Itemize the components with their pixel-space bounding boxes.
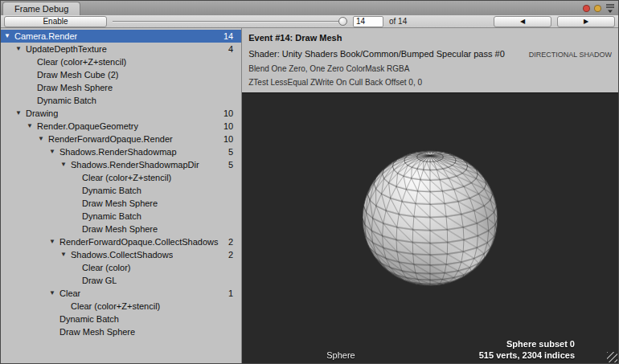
foldout-triangle-icon[interactable]: ▼: [60, 158, 71, 171]
tree-item[interactable]: Dynamic Batch: [1, 313, 241, 325]
tree-item-label: Clear (color+Z+stencil): [71, 300, 160, 313]
resize-grip[interactable]: [607, 352, 617, 362]
foldout-triangle-icon[interactable]: ▼: [49, 145, 59, 158]
tree-item-label: UpdateDepthTexture: [26, 43, 107, 55]
tree-item[interactable]: Dynamic Batch: [1, 94, 241, 107]
tree-item[interactable]: Draw Mesh Cube (2): [1, 68, 241, 81]
tree-item-label: Draw Mesh Cube (2): [37, 68, 118, 81]
foldout-triangle-icon[interactable]: ▼: [4, 30, 14, 43]
shader-row: Shader: Unity Shaders Book/Common/Bumped…: [248, 49, 612, 59]
tree-item[interactable]: Clear (color): [1, 261, 241, 274]
tree-item-label: Shadows.RenderShadowmap: [59, 145, 177, 158]
mesh-verts-label: 515 verts, 2304 indices: [479, 350, 575, 361]
tree-item-count: 10: [223, 133, 241, 145]
tree-item-count: 2: [228, 248, 241, 261]
tree-item-label: Dynamic Batch: [59, 313, 119, 325]
tree-item-label: Shadows.CollectShadows: [71, 248, 173, 261]
slider-knob[interactable]: [338, 17, 347, 26]
tree-item[interactable]: ▼Shadows.CollectShadows2: [1, 248, 241, 261]
tree-item-label: Dynamic Batch: [82, 210, 141, 223]
mesh-preview: Sphere Sphere subset 0 515 verts, 2304 i…: [242, 92, 618, 363]
tree-item-count: 5: [228, 158, 241, 171]
tree-item-label: Draw Mesh Sphere: [59, 325, 135, 338]
pane-menu-icon[interactable]: [605, 3, 615, 14]
tree-item[interactable]: ▼Shadows.RenderShadowmapDir5: [1, 158, 241, 171]
frame-number-field[interactable]: [353, 16, 383, 27]
tree-item-label: Draw Mesh Sphere: [82, 223, 158, 235]
tree-item-label: Draw Mesh Sphere: [37, 81, 113, 94]
tree-item[interactable]: Dynamic Batch: [1, 184, 241, 197]
foldout-triangle-icon[interactable]: ▼: [49, 287, 59, 300]
tab-frame-debug[interactable]: Frame Debug: [2, 2, 80, 15]
tree-item-label: Draw GL: [82, 274, 117, 287]
details-panel: Event #14: Draw Mesh Shader: Unity Shade…: [242, 28, 618, 363]
close-icon[interactable]: [583, 5, 590, 12]
tree-item[interactable]: ▼Camera.Render14: [1, 30, 241, 43]
slider-track: [113, 21, 347, 22]
toolbar: Enable of 14 ◀ ▶: [1, 15, 618, 28]
tree-item-count: 4: [228, 43, 241, 55]
foldout-triangle-icon[interactable]: ▼: [49, 235, 59, 248]
tree-item[interactable]: Clear (color+Z+stencil): [1, 55, 241, 68]
foldout-triangle-icon[interactable]: ▼: [27, 120, 37, 133]
minimize-icon[interactable]: [594, 5, 601, 12]
tree-item[interactable]: Draw GL: [1, 274, 241, 287]
content-split: ▼Camera.Render14▼UpdateDepthTexture4Clea…: [1, 28, 618, 363]
tab-title: Frame Debug: [14, 4, 68, 14]
tree-item-label: RenderForwardOpaque.Render: [48, 133, 173, 145]
tree-item-count: 1: [228, 287, 241, 300]
tree-item[interactable]: ▼Shadows.RenderShadowmap5: [1, 145, 241, 158]
next-frame-button[interactable]: ▶: [557, 16, 615, 27]
shader-keywords: DIRECTIONAL SHADOW: [529, 51, 612, 59]
details-header: Event #14: Draw Mesh Shader: Unity Shade…: [242, 28, 618, 92]
foldout-triangle-icon[interactable]: ▼: [15, 107, 26, 120]
tree-item-label: Shadows.RenderShadowmapDir: [71, 158, 199, 171]
tree-item[interactable]: ▼RenderForwardOpaque.CollectShadows2: [1, 235, 241, 248]
tree-item[interactable]: ▼Drawing10: [1, 107, 241, 120]
tree-item-label: Dynamic Batch: [37, 94, 96, 107]
tree-item-count: 5: [228, 145, 241, 158]
tree-item-label: Clear (color+Z+stencil): [82, 171, 171, 184]
tree-item-count: 2: [228, 235, 241, 248]
tree-item-label: Clear (color+Z+stencil): [37, 55, 126, 68]
tree-item[interactable]: Clear (color+Z+stencil): [1, 300, 241, 313]
window-controls: [583, 3, 615, 14]
sphere-preview-canvas: [242, 93, 618, 363]
shader-name: Shader: Unity Shaders Book/Common/Bumped…: [248, 49, 505, 59]
tree-item-label: Render.OpaqueGeometry: [37, 120, 138, 133]
ztest-state: ZTest LessEqual ZWrite On Cull Back Offs…: [248, 78, 612, 87]
tree-item-label: Draw Mesh Sphere: [82, 197, 158, 210]
tree-item-label: Drawing: [26, 107, 58, 120]
foldout-triangle-icon[interactable]: ▼: [38, 133, 48, 145]
foldout-triangle-icon[interactable]: ▼: [60, 248, 71, 261]
mesh-name-label: Sphere: [326, 350, 355, 360]
tree-item[interactable]: ▼UpdateDepthTexture4: [1, 43, 241, 55]
tree-item[interactable]: ▼RenderForwardOpaque.Render10: [1, 133, 241, 145]
tree-item-label: Clear: [59, 287, 80, 300]
mesh-subset-label: Sphere subset 0: [479, 338, 575, 350]
tree-item-count: 14: [223, 30, 241, 43]
enable-button[interactable]: Enable: [4, 16, 107, 27]
tree-item[interactable]: Draw Mesh Sphere: [1, 325, 241, 338]
frame-total-label: of 14: [389, 17, 407, 26]
frame-debug-window: Frame Debug Enable of 14 ◀ ▶ ▼Camera.Ren…: [0, 0, 619, 364]
foldout-triangle-icon[interactable]: ▼: [15, 43, 26, 55]
tree-item-label: Clear (color): [82, 261, 131, 274]
tree-item[interactable]: ▼Render.OpaqueGeometry10: [1, 120, 241, 133]
tree-item[interactable]: Draw Mesh Sphere: [1, 223, 241, 235]
tree-item[interactable]: ▼Clear1: [1, 287, 241, 300]
tree-item[interactable]: Dynamic Batch: [1, 210, 241, 223]
prev-frame-button[interactable]: ◀: [494, 16, 551, 27]
frame-slider[interactable]: [113, 16, 347, 27]
tree-item-count: 10: [223, 120, 241, 133]
tree-item-label: Dynamic Batch: [82, 184, 141, 197]
tree-item-count: 10: [223, 107, 241, 120]
mesh-stats: Sphere subset 0 515 verts, 2304 indices: [479, 338, 575, 361]
tree-item[interactable]: Clear (color+Z+stencil): [1, 171, 241, 184]
blend-state: Blend One Zero, One Zero ColorMask RGBA: [248, 64, 612, 73]
tree-item[interactable]: Draw Mesh Sphere: [1, 197, 241, 210]
tree-item-label: Camera.Render: [14, 30, 77, 43]
event-tree: ▼Camera.Render14▼UpdateDepthTexture4Clea…: [1, 28, 241, 363]
tab-bar: Frame Debug: [1, 1, 618, 15]
tree-item[interactable]: Draw Mesh Sphere: [1, 81, 241, 94]
